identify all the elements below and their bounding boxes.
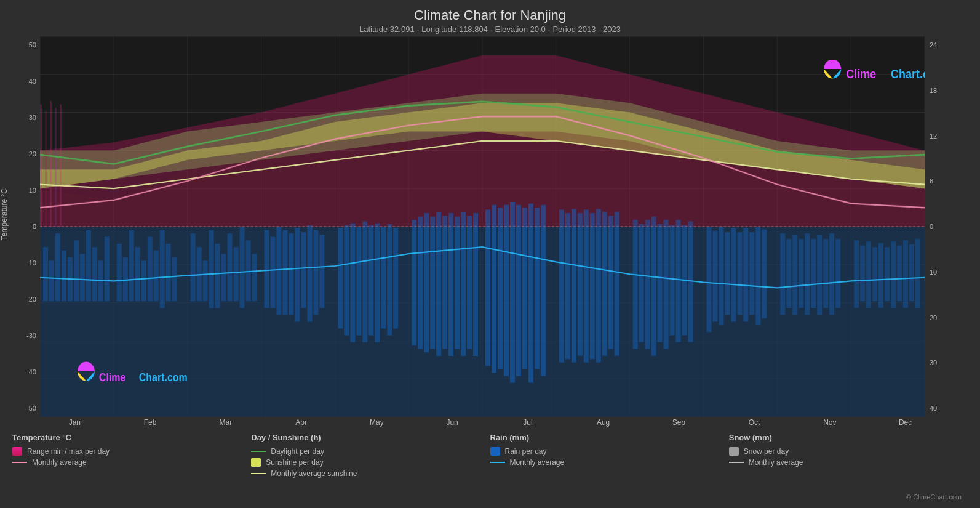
svg-rect-60 [209, 230, 214, 308]
svg-rect-122 [651, 216, 656, 355]
svg-rect-72 [289, 233, 293, 315]
legend-label-sunshine-avg: Monthly average sunshine [271, 469, 357, 478]
legend-col-temperature: Temperature °C Range min / max per day M… [12, 433, 251, 503]
svg-rect-49 [129, 230, 134, 302]
y-axis-left-label: Temperature °C [0, 188, 9, 240]
svg-rect-90 [424, 213, 429, 352]
y-axis-left: Temperature °C 50 40 30 20 10 0 -10 -20 … [6, 36, 40, 417]
chart-subtitle: Latitude 32.091 - Longitude 118.804 - El… [0, 25, 980, 34]
legend-swatch-snow [729, 447, 739, 456]
svg-rect-87 [393, 228, 398, 328]
legend-swatch-temp-range [12, 447, 22, 456]
svg-rect-118 [615, 212, 619, 356]
svg-rect-95 [455, 216, 460, 349]
svg-rect-124 [664, 220, 669, 349]
svg-rect-83 [368, 225, 373, 336]
svg-rect-136 [749, 232, 754, 315]
legend-label-temp-range: Range min / max per day [27, 447, 110, 456]
legend-line-temp-avg [12, 462, 27, 463]
legend-label-rain-avg: Monthly average [510, 458, 565, 467]
chart-title: Climate Chart for Nanjing [0, 7, 980, 23]
svg-rect-137 [755, 227, 760, 325]
svg-rect-156 [897, 246, 902, 301]
svg-rect-159 [915, 239, 920, 308]
svg-rect-103 [510, 202, 515, 383]
svg-rect-94 [448, 213, 453, 356]
legend-line-sunshine-avg [251, 473, 266, 474]
month-jul: Jul [490, 418, 566, 427]
svg-rect-76 [313, 230, 318, 315]
svg-rect-133 [731, 228, 736, 321]
svg-rect-36 [43, 247, 48, 301]
svg-rect-96 [461, 212, 466, 356]
legend-item-rain-bar: Rain per day [490, 447, 729, 456]
legend-area: Temperature °C Range min / max per day M… [0, 428, 980, 508]
svg-rect-111 [572, 209, 576, 362]
svg-rect-48 [123, 257, 128, 302]
svg-text:Chart.com: Chart.com [891, 68, 925, 81]
legend-col-snow: Snow (mm) Snow per day Monthly average ©… [729, 433, 968, 503]
svg-rect-131 [719, 227, 723, 325]
month-jun: Jun [415, 418, 490, 427]
svg-rect-149 [854, 240, 859, 308]
month-dec: Dec [867, 418, 943, 427]
svg-rect-101 [498, 208, 503, 369]
svg-rect-53 [154, 251, 159, 302]
svg-rect-112 [578, 213, 583, 356]
svg-rect-56 [172, 257, 177, 302]
month-nov: Nov [792, 418, 868, 427]
legend-title-sunshine: Day / Sunshine (h) [251, 433, 490, 442]
legend-item-sunshine-bar: Sunshine per day [251, 458, 490, 467]
svg-rect-154 [885, 247, 890, 301]
svg-rect-65 [240, 227, 245, 308]
svg-rect-139 [780, 233, 785, 315]
svg-rect-91 [430, 216, 435, 349]
svg-rect-37 [49, 260, 54, 301]
svg-rect-157 [903, 240, 908, 308]
svg-rect-82 [362, 221, 367, 342]
chart-main: Clime Chart.com Clime Chart.com [40, 36, 925, 417]
svg-text:Chart.com: Chart.com [139, 371, 188, 384]
svg-rect-99 [485, 209, 490, 366]
svg-rect-105 [522, 208, 527, 369]
svg-rect-130 [712, 231, 717, 322]
svg-rect-115 [596, 209, 601, 362]
month-mar: Mar [188, 418, 264, 427]
svg-rect-106 [528, 203, 533, 382]
svg-rect-125 [670, 225, 675, 336]
svg-rect-123 [658, 224, 663, 342]
svg-rect-28 [40, 227, 925, 417]
svg-rect-59 [203, 260, 208, 301]
legend-swatch-sunshine [251, 458, 261, 467]
svg-rect-64 [234, 247, 239, 301]
svg-rect-71 [282, 230, 287, 315]
svg-rect-51 [141, 260, 146, 301]
svg-rect-114 [590, 213, 595, 359]
svg-rect-70 [276, 227, 281, 315]
svg-rect-89 [418, 216, 423, 349]
month-feb: Feb [113, 418, 188, 427]
svg-rect-34 [55, 108, 57, 227]
svg-rect-129 [706, 227, 711, 332]
legend-line-snow-avg [729, 462, 744, 463]
svg-rect-152 [872, 247, 877, 301]
y-axis-right: Day / Sunshine (h) Rain / Snow (mm) 24 1… [925, 36, 974, 417]
svg-rect-43 [86, 230, 91, 302]
svg-rect-120 [639, 224, 644, 342]
legend-item-snow-bar: Snow per day [729, 447, 968, 456]
copyright: © ClimeChart.com [906, 493, 962, 501]
svg-rect-69 [270, 237, 275, 308]
legend-title-temperature: Temperature °C [12, 433, 251, 442]
svg-rect-57 [191, 233, 196, 301]
svg-rect-81 [356, 227, 361, 336]
svg-rect-147 [829, 233, 834, 315]
svg-rect-50 [135, 247, 140, 301]
svg-rect-55 [166, 244, 171, 302]
svg-rect-42 [80, 254, 85, 301]
legend-label-temp-avg: Monthly average [32, 458, 87, 467]
legend-line-daylight [251, 451, 266, 452]
svg-rect-73 [295, 228, 300, 321]
svg-rect-93 [442, 216, 447, 349]
legend-line-rain-avg [490, 462, 505, 463]
legend-title-rain: Rain (mm) [490, 433, 729, 442]
